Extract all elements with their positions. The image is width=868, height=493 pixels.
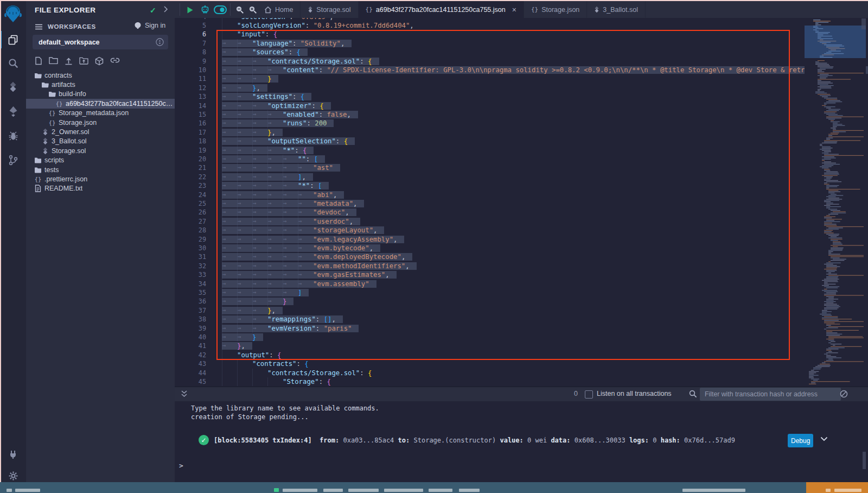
upload-folder-icon[interactable]	[79, 56, 88, 66]
tab-label: Storage.json	[541, 6, 579, 14]
debugger-icon[interactable]	[0, 127, 26, 144]
transaction-filter-input[interactable]	[700, 388, 841, 401]
home-icon	[264, 6, 272, 14]
tree-item--prettierrc-json[interactable]: {}.prettierrc.json	[26, 174, 175, 184]
tab-strip: HomeStorage.sol{}a69b43f277ba20fcac14115…	[257, 1, 646, 18]
tree-item-label: Storage.sol	[52, 147, 86, 155]
line-number: 13	[175, 92, 206, 101]
tree-item-3-ballot-sol[interactable]: 3_Ballot.sol	[26, 137, 175, 146]
status-text-fragment	[7, 489, 12, 492]
code-text: →→→}	[222, 74, 278, 83]
json-file-icon: {}	[366, 6, 373, 13]
code-text: →→→→→→"evm.methodIdentifiers",	[222, 262, 417, 270]
json-file-icon: {}	[34, 176, 42, 182]
ai-robot-icon[interactable]	[199, 3, 212, 16]
line-number: 5	[175, 21, 206, 30]
tree-item-contracts[interactable]: contracts	[26, 71, 175, 80]
status-text-fragment	[682, 489, 745, 492]
minimap[interactable]	[805, 18, 866, 387]
line-number: 11	[175, 74, 206, 83]
listen-checkbox[interactable]	[585, 390, 593, 399]
run-script-icon[interactable]	[183, 3, 196, 16]
terminal-scrollbar-thumb[interactable]	[863, 452, 866, 469]
tree-item-a69b43f277ba20fcac141151250ca7-[interactable]: {}a69b43f277ba20fcac141151250ca7...	[26, 99, 175, 108]
expand-chevron-icon[interactable]	[820, 437, 828, 441]
git-icon[interactable]	[0, 151, 26, 169]
tree-item-2-owner-sol[interactable]: 2_Owner.sol	[26, 127, 175, 136]
tree-item-label: contracts	[44, 72, 72, 79]
tree-item-label: a69b43f277ba20fcac141151250ca7...	[66, 100, 175, 108]
terminal-prompt[interactable]: >	[179, 462, 183, 470]
line-number: 17	[175, 128, 206, 137]
status-bar	[0, 482, 868, 493]
tree-item-tests[interactable]: tests	[26, 165, 175, 174]
link-icon[interactable]	[110, 56, 120, 66]
sort-updown-icon[interactable]	[156, 38, 164, 46]
solidity-compiler-icon[interactable]	[0, 78, 26, 96]
line-number: 20	[175, 155, 206, 163]
code-text: →→→},	[222, 128, 283, 137]
code-text: →→→→"enabled": false,	[222, 110, 358, 119]
line-number: 37	[175, 306, 206, 315]
file-explorer-panel: FILE EXPLORER ✓ WORKSPACES Sign in defau…	[26, 1, 175, 482]
new-file-icon[interactable]	[35, 56, 42, 66]
theme-toggle-icon[interactable]	[214, 3, 227, 16]
line-number: 21	[175, 163, 206, 172]
line-number: 7	[175, 39, 206, 48]
transaction-count-badge: 0	[574, 390, 578, 397]
workspace-selector[interactable]: default_workspace	[33, 35, 168, 49]
double-chevron-down-icon[interactable]	[181, 390, 188, 398]
tab-a69b43f277ba20fcac141151250ca755-json[interactable]: {}a69b43f277ba20fcac141151250ca755.json×	[359, 1, 524, 18]
status-text-fragment	[384, 489, 423, 492]
json-file-icon: {}	[48, 119, 56, 126]
tree-item-storage-metadata-json[interactable]: {}Storage_metadata.json	[26, 109, 175, 118]
line-number: 28	[175, 226, 206, 235]
upload-file-icon[interactable]	[65, 56, 73, 66]
line-number: 42	[175, 351, 206, 359]
line-number: 26	[175, 208, 206, 217]
terminal-log-line: creation of Storage pending...	[191, 413, 309, 421]
zoom-out-icon[interactable]	[233, 3, 246, 16]
debug-button[interactable]: Debug	[788, 434, 813, 447]
status-text-fragment	[323, 489, 343, 492]
tree-item-artifacts[interactable]: artifacts	[26, 80, 175, 89]
github-sign-in-button[interactable]: Sign in	[133, 22, 165, 29]
search-icon[interactable]	[0, 54, 26, 72]
plugin-manager-icon[interactable]	[0, 445, 26, 463]
new-folder-icon[interactable]	[49, 56, 58, 66]
clear-console-icon[interactable]	[840, 390, 848, 398]
transaction-row[interactable]: ✓ [block:5583405 txIndex:4] from: 0xa03.…	[175, 432, 868, 448]
tree-item-storage-sol[interactable]: Storage.sol	[26, 146, 175, 155]
editor-scrollbar-thumb[interactable]	[861, 18, 866, 29]
tab-storage-json[interactable]: {}Storage.json	[524, 1, 587, 18]
tab-storage-sol[interactable]: Storage.sol	[301, 1, 358, 18]
code-editor[interactable]: 4→"solcVersion": "0.8.19",5→"solcLongVer…	[175, 18, 868, 387]
solidity-file-icon	[41, 137, 49, 145]
code-text: →→→→→→"metadata",	[222, 199, 364, 208]
code-text: →→→→"runs": 200	[222, 119, 334, 128]
close-icon[interactable]: ×	[512, 6, 516, 14]
code-text: →→→→→→"devdoc",	[222, 208, 356, 217]
file-explorer-icon[interactable]	[0, 31, 26, 48]
hamburger-icon[interactable]	[35, 23, 43, 30]
tab-home[interactable]: Home	[257, 1, 301, 18]
line-number: 6	[175, 30, 206, 39]
solidity-file-icon	[594, 6, 599, 13]
code-text: →→→→}	[222, 297, 293, 306]
deploy-run-icon[interactable]	[0, 103, 26, 120]
tree-item-scripts[interactable]: scripts	[26, 156, 175, 165]
search-icon[interactable]	[689, 390, 697, 398]
tree-item-storage-json[interactable]: {}Storage.json	[26, 118, 175, 127]
tree-item-label: .prettierrc.json	[44, 175, 87, 183]
tree-item-readme-txt[interactable]: README.txt	[26, 184, 175, 193]
code-text: →"output": {	[222, 351, 281, 359]
tab-3-ballot-sol[interactable]: 3_Ballot.sol	[587, 1, 646, 18]
ipfs-box-icon[interactable]	[95, 56, 104, 66]
chevron-right-icon[interactable]	[163, 5, 168, 13]
remix-logo-icon[interactable]	[0, 3, 26, 25]
line-number: 12	[175, 84, 206, 92]
line-number: 15	[175, 110, 206, 119]
tree-item-build-info[interactable]: build-info	[26, 90, 175, 99]
code-text: →→"sources": {	[222, 48, 308, 56]
line-number: 32	[175, 262, 206, 270]
